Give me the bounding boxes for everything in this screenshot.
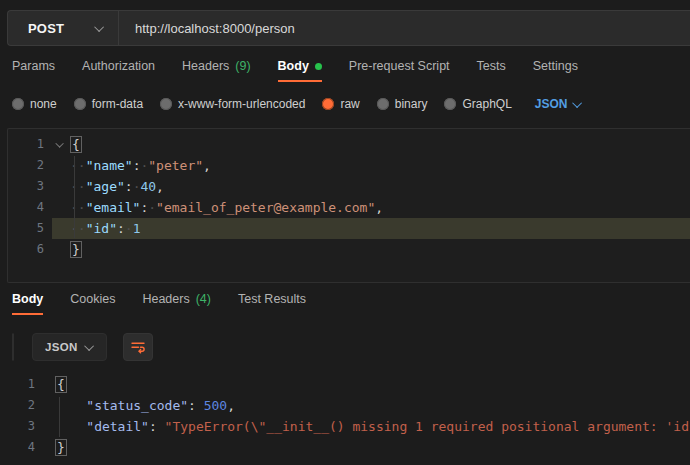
tab-authorization[interactable]: Authorization	[82, 59, 155, 82]
body-type-raw[interactable]: raw	[322, 97, 359, 111]
tab-params[interactable]: Params	[12, 59, 55, 82]
code-text: ··"email":·"email_of_peter@example.com",	[70, 197, 383, 218]
chevron-down-icon	[94, 22, 104, 32]
code-text: ··"id":·1	[70, 218, 140, 239]
line-number: 4	[8, 197, 52, 218]
code-line-content: ··"email":·"email_of_peter@example.com",	[52, 197, 690, 218]
radio-label: binary	[395, 97, 428, 111]
response-tab-test-results[interactable]: Test Results	[238, 292, 306, 315]
tab-label: Params	[12, 59, 55, 73]
body-type-row: noneform-datax-www-form-urlencodedrawbin…	[0, 88, 690, 120]
response-toolbar: JSON	[0, 331, 690, 363]
tab-body[interactable]: Body	[278, 59, 322, 82]
code-line-content: {	[43, 374, 690, 395]
response-tab-headers[interactable]: Headers(4)	[142, 292, 211, 315]
line-number: 3	[8, 176, 52, 197]
line-number: 1	[7, 374, 43, 395]
line-number: 3	[7, 416, 43, 437]
tab-label: Pre-request Script	[349, 59, 450, 73]
radio-icon	[377, 98, 389, 110]
tab-label: Authorization	[82, 59, 155, 73]
code-text: "detail": "TypeError(\"__init__() missin…	[55, 416, 690, 437]
tab-label: Test Results	[238, 292, 306, 306]
body-type-form-data[interactable]: form-data	[74, 97, 143, 111]
code-line-content: ··"id":·1	[52, 218, 690, 239]
response-tab-body[interactable]: Body	[12, 292, 43, 315]
line-number: 5	[8, 218, 52, 239]
code-line: 1{	[7, 374, 690, 395]
tab-label: Headers	[182, 59, 229, 73]
tab-label: Settings	[533, 59, 578, 73]
body-type-x-www-form-urlencoded[interactable]: x-www-form-urlencoded	[160, 97, 305, 111]
tab-label: Body	[12, 292, 43, 306]
response-tabs: BodyCookiesHeaders(4)Test Results	[0, 292, 690, 321]
api-client-window: POST http://localhost:8000/person Params…	[0, 0, 690, 465]
radio-label: none	[30, 97, 57, 111]
line-number: 1	[8, 134, 52, 155]
line-number: 2	[7, 395, 43, 416]
code-text: ··"age":·40,	[70, 176, 164, 197]
tab-label: Tests	[477, 59, 506, 73]
body-type-binary[interactable]: binary	[377, 97, 428, 111]
code-line: 6}	[8, 239, 690, 260]
tab-count-badge: (4)	[196, 292, 211, 306]
radio-label: x-www-form-urlencoded	[178, 97, 305, 111]
response-language-select[interactable]: JSON	[32, 333, 107, 361]
code-line-content: ··"age":·40,	[52, 176, 690, 197]
http-method-label: POST	[28, 21, 64, 36]
response-body-viewer[interactable]: 1{2 "status_code": 500,3 "detail": "Type…	[7, 369, 690, 458]
chevron-down-icon	[572, 98, 582, 108]
tab-label: Headers	[142, 292, 189, 306]
response-view-switch	[12, 333, 14, 361]
radio-icon	[12, 98, 24, 110]
indent-guide	[74, 156, 75, 238]
tab-settings[interactable]: Settings	[533, 59, 578, 82]
code-line-content: {	[52, 134, 690, 155]
code-text: }	[55, 437, 67, 458]
response-tab-cookies[interactable]: Cookies	[70, 292, 115, 315]
code-line: 4··"email":·"email_of_peter@example.com"…	[8, 197, 690, 218]
code-line: 5··"id":·1	[8, 218, 690, 239]
code-line-content: }	[43, 437, 690, 458]
line-number: 6	[8, 239, 52, 260]
body-type-none[interactable]: none	[12, 97, 57, 111]
code-line: 2··"name":·"peter",	[8, 155, 690, 176]
radio-icon	[160, 98, 172, 110]
code-line-content: ··"name":·"peter",	[52, 155, 690, 176]
tab-label: Body	[278, 59, 309, 73]
request-url-bar: POST http://localhost:8000/person	[7, 10, 690, 46]
radio-label: form-data	[92, 97, 143, 111]
url-input[interactable]: http://localhost:8000/person	[119, 11, 690, 45]
tab-headers[interactable]: Headers(9)	[182, 59, 251, 82]
wrap-text-button[interactable]	[123, 333, 153, 361]
indent-guide	[59, 397, 60, 437]
response-language-label: JSON	[45, 341, 78, 353]
chevron-down-icon	[84, 341, 94, 351]
tab-label: Cookies	[70, 292, 115, 306]
line-number: 4	[7, 437, 43, 458]
code-text: {	[55, 374, 67, 395]
tab-tests[interactable]: Tests	[477, 59, 506, 82]
code-line-content: }	[52, 239, 690, 260]
code-line: 3 "detail": "TypeError(\"__init__() miss…	[7, 416, 690, 437]
code-text: }	[70, 239, 82, 260]
body-language-label: JSON	[535, 97, 568, 111]
code-line: 1{	[8, 134, 690, 155]
radio-label: GraphQL	[462, 97, 511, 111]
http-method-select[interactable]: POST	[8, 11, 119, 45]
fold-chevron-icon[interactable]	[52, 142, 70, 148]
green-dot-icon	[315, 63, 322, 70]
body-language-select[interactable]: JSON	[535, 97, 582, 111]
radio-icon	[444, 98, 456, 110]
chevron-down-icon	[55, 139, 63, 147]
request-body-editor[interactable]: 1{2··"name":·"peter",3··"age":·40,4··"em…	[7, 128, 690, 283]
radio-label: raw	[340, 97, 359, 111]
code-line: 3··"age":·40,	[8, 176, 690, 197]
body-type-graphql[interactable]: GraphQL	[444, 97, 511, 111]
radio-icon	[74, 98, 86, 110]
tab-pre-request-script[interactable]: Pre-request Script	[349, 59, 450, 82]
text-wrap-icon	[130, 339, 146, 355]
code-text: ··"name":·"peter",	[70, 155, 211, 176]
code-line: 2 "status_code": 500,	[7, 395, 690, 416]
code-text: "status_code": 500,	[55, 395, 235, 416]
